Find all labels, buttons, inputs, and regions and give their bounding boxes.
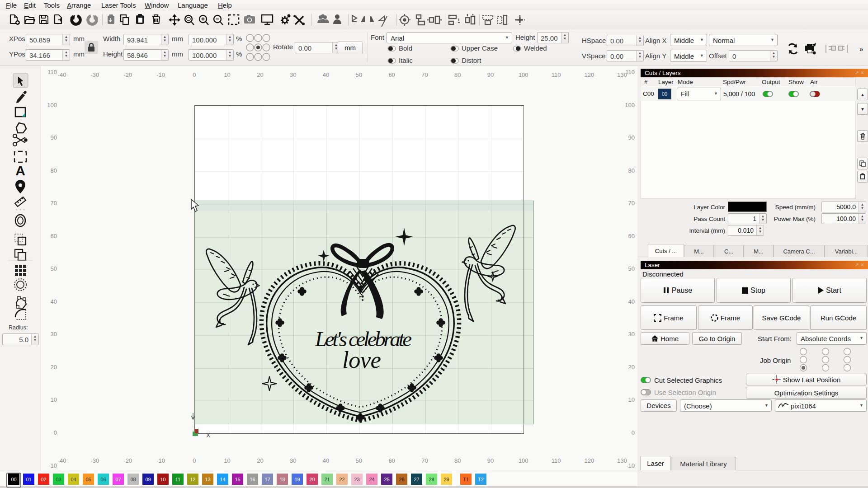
svg-text:A: A: [15, 163, 25, 178]
svg-text:love: love: [342, 347, 381, 373]
svg-text:Distort: Distort: [462, 56, 481, 64]
svg-text:Welded: Welded: [524, 46, 547, 52]
svg-text:Italic: Italic: [399, 56, 413, 64]
svg-text:Bold: Bold: [399, 46, 412, 52]
svg-text:Upper Case: Upper Case: [462, 46, 498, 52]
svg-text:X: X: [206, 432, 211, 439]
svg-text:»: »: [859, 45, 863, 53]
svg-text:Radius:: Radius:: [9, 324, 28, 331]
